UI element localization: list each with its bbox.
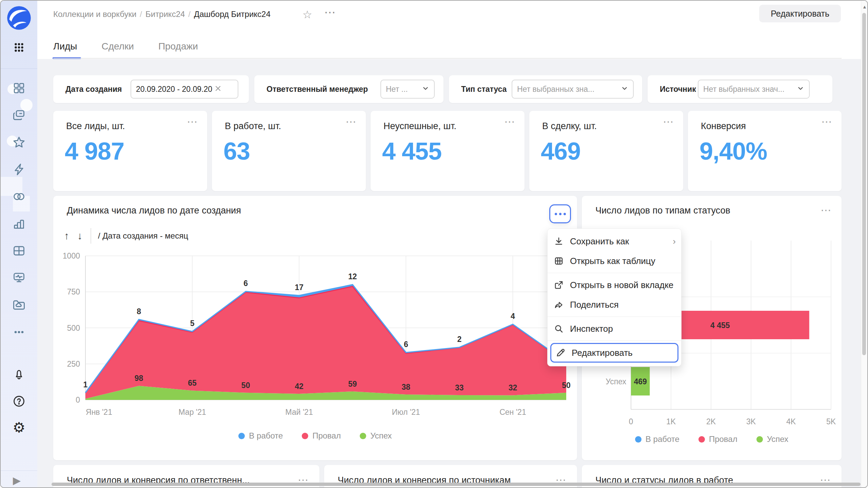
widget-more-icon[interactable]: ⋯	[821, 116, 833, 127]
svg-text:500: 500	[67, 324, 80, 332]
edit-dashboard-button[interactable]: Редактировать	[759, 5, 841, 22]
scroll-up-icon[interactable]: ▲	[862, 4, 867, 9]
chart-title: Число лидов по типам статусов	[595, 205, 730, 216]
menu-divider	[548, 273, 681, 273]
header-more-icon[interactable]: ⋯	[324, 5, 336, 19]
menu-item-open-as-table[interactable]: Открыть как таблицу	[548, 251, 681, 271]
svg-text:2K: 2K	[706, 417, 716, 426]
svg-text:750: 750	[67, 287, 80, 296]
svg-text:0: 0	[76, 395, 80, 404]
sidebar-item-dashboards[interactable]	[12, 81, 26, 95]
tab-leads[interactable]: Лиды	[53, 34, 77, 59]
sidebar-divider	[1, 470, 37, 471]
sidebar-divider	[1, 68, 37, 69]
menu-item-save-as[interactable]: Сохранить как ›	[548, 231, 681, 251]
submenu-chevron-icon: ›	[673, 236, 676, 247]
external-link-icon	[554, 280, 564, 290]
sidebar-item-charts-icon[interactable]	[12, 217, 26, 230]
kpi-title: В работе, шт.	[225, 121, 281, 131]
horizontal-scrollbar[interactable]	[52, 483, 861, 486]
legend-dot	[756, 436, 763, 443]
svg-text:38: 38	[402, 383, 411, 391]
date-range-input[interactable]: 20.09.2020 - 20.09.20	[131, 80, 238, 99]
svg-text:59: 59	[348, 380, 357, 388]
breadcrumb[interactable]: Коллекции и воркбуки/Битрикс24/Дашборд Б…	[53, 9, 271, 19]
vertical-scrollbar[interactable]: ▲	[861, 1, 867, 487]
svg-text:Сен '21: Сен '21	[499, 408, 526, 416]
kpi-title: Все лиды, шт.	[66, 121, 125, 131]
datalens-logo[interactable]	[6, 5, 32, 31]
responsible-manager-select[interactable]: Нет ...	[380, 80, 435, 99]
sidebar-more-icon[interactable]	[12, 325, 26, 339]
legend-label: Успех	[767, 434, 788, 444]
apps-grid-icon[interactable]	[12, 41, 26, 54]
dashboard-body: Дата создания 20.09.2020 - 20.09.20 Отве…	[37, 59, 861, 487]
svg-text:6: 6	[404, 340, 408, 349]
menu-item-label: Поделиться	[570, 300, 619, 310]
favorite-star-icon[interactable]: ☆	[302, 8, 312, 21]
scrollbar-thumb[interactable]	[862, 13, 866, 355]
widget-more-icon[interactable]: ⋯	[187, 116, 198, 127]
legend-item-success[interactable]: Успех	[360, 431, 392, 441]
leads-dynamics-area-chart[interactable]: 02505007501000Янв '21Мар '21Май '21Июл '…	[53, 247, 577, 424]
drill-down-icon[interactable]: ↓	[77, 230, 82, 242]
legend-item-fail[interactable]: Провал	[698, 434, 737, 444]
kpi-value: 4 455	[382, 137, 441, 165]
menu-item-edit[interactable]: Редактировать	[551, 344, 677, 362]
source-select[interactable]: Нет выбранных знач...	[698, 80, 810, 99]
sidebar-item-workbooks-icon[interactable]	[12, 108, 26, 122]
legend-item-success[interactable]: Успех	[756, 434, 788, 444]
kpi-unsuccessful: Неуспешные, шт. ⋯ 4 455	[371, 111, 525, 191]
legend-label: Провал	[709, 434, 737, 444]
tabs-divider	[53, 58, 842, 59]
svg-text:4 455: 4 455	[710, 321, 730, 330]
clear-filter-icon[interactable]	[214, 85, 222, 94]
widget-more-icon[interactable]: ⋯	[346, 116, 357, 127]
drill-toolbar: ↑ ↓ / Дата создания - месяц	[64, 227, 188, 245]
filter-label: Дата создания	[65, 85, 122, 94]
sidebar-collapse-icon[interactable]: ▶	[10, 474, 24, 487]
sidebar-item-monitoring-icon[interactable]	[12, 271, 26, 285]
menu-item-label: Открыть в новой вкладке	[570, 280, 673, 290]
filter-label: Тип статуса	[461, 85, 507, 94]
kpi-value: 9,40%	[699, 137, 767, 165]
settings-gear-icon[interactable]: ⚙	[12, 421, 26, 434]
legend-label: В работе	[646, 434, 679, 444]
menu-item-open-new-tab[interactable]: Открыть в новой вкладке	[548, 275, 681, 295]
chevron-down-icon	[422, 85, 429, 94]
tab-sales[interactable]: Продажи	[158, 34, 198, 59]
status-type-select[interactable]: Нет выбранных зна...	[512, 80, 634, 99]
svg-text:12: 12	[348, 272, 357, 281]
pencil-icon	[555, 348, 566, 358]
breadcrumb-item[interactable]: Коллекции и воркбуки	[53, 9, 136, 19]
toolbar-divider	[91, 228, 91, 244]
svg-text:2: 2	[457, 335, 461, 344]
sidebar-item-datasets-icon[interactable]	[12, 244, 26, 258]
legend-item-in-progress[interactable]: В работе	[635, 434, 679, 444]
sidebar-item-editor-icon[interactable]	[12, 163, 26, 176]
legend-item-fail[interactable]: Провал	[302, 431, 341, 441]
widget-more-icon[interactable]: ⋯	[663, 116, 674, 127]
kpi-title: Неуспешные, шт.	[383, 121, 456, 131]
legend-dot	[698, 436, 705, 443]
help-icon[interactable]	[12, 394, 26, 408]
drill-up-icon[interactable]: ↑	[64, 230, 69, 242]
filter-responsible-manager: Ответственный менеджер Нет ...	[254, 75, 443, 103]
sidebar-item-connections-icon[interactable]	[12, 190, 26, 203]
menu-item-label: Редактировать	[572, 348, 633, 358]
sidebar-item-favorites-icon[interactable]	[12, 136, 26, 149]
widget-menu-trigger-active[interactable]	[549, 204, 571, 223]
svg-text:5: 5	[190, 319, 195, 328]
menu-item-share[interactable]: Поделиться	[548, 295, 681, 314]
widget-more-icon[interactable]: ⋯	[504, 116, 516, 127]
tab-deals[interactable]: Сделки	[101, 34, 134, 59]
svg-text:50: 50	[562, 381, 571, 390]
notifications-bell-icon[interactable]	[12, 367, 26, 381]
menu-item-inspector[interactable]: Инспектор	[548, 319, 681, 339]
legend-item-in-progress[interactable]: В работе	[238, 431, 283, 441]
breadcrumb-item[interactable]: Битрикс24	[145, 9, 185, 19]
download-icon	[554, 236, 564, 246]
sidebar-item-storage-icon[interactable]	[12, 298, 26, 312]
breadcrumb-current: Дашборд Битрикс24	[194, 9, 271, 19]
widget-more-icon[interactable]: ⋯	[821, 205, 832, 216]
